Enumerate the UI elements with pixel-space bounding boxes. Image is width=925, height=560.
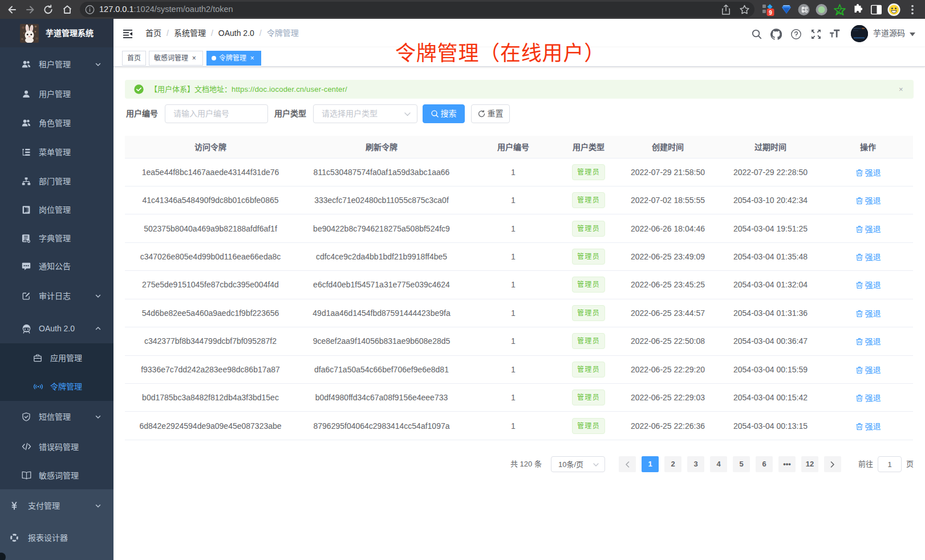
svg-text:9: 9 — [769, 9, 772, 15]
